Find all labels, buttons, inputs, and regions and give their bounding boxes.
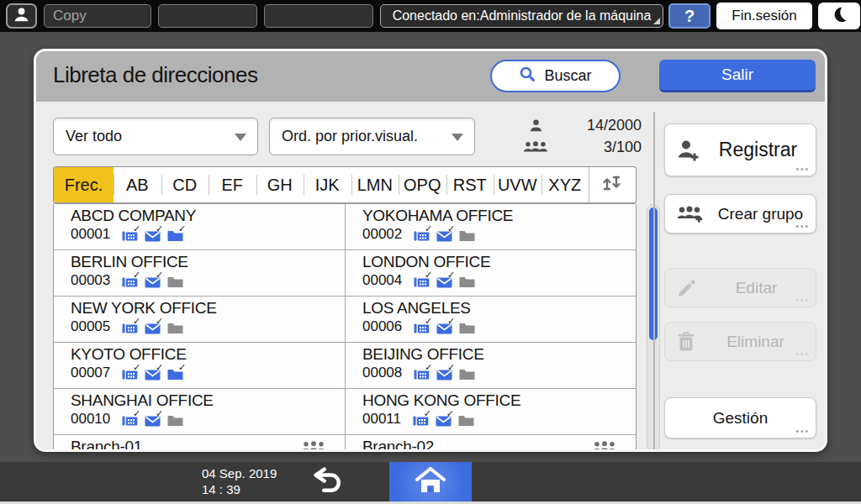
table-row: Branch-01 Branch-02 bbox=[54, 435, 636, 452]
tab-uvw[interactable]: UVW bbox=[494, 167, 541, 202]
person-add-icon bbox=[677, 139, 700, 161]
fax-icon: ✓ bbox=[122, 228, 138, 242]
address-entry[interactable]: SHANGHAI OFFICE 00010 ✓ ✓ ✓ bbox=[54, 389, 345, 434]
user-account-button[interactable] bbox=[6, 3, 37, 29]
login-status-button[interactable]: Conectado en:Administrador de la máquina bbox=[380, 4, 663, 28]
tab-opq[interactable]: OPQ bbox=[399, 167, 446, 202]
page-title: Libreta de direcciones bbox=[53, 62, 257, 88]
switch-index-button[interactable] bbox=[589, 167, 636, 202]
fax-icon: ✓ bbox=[414, 366, 430, 381]
folder-icon: ✓ bbox=[459, 366, 475, 381]
email-icon: ✓ bbox=[145, 274, 161, 288]
folder-icon: ✓ bbox=[167, 366, 183, 381]
address-entry[interactable]: BEIJING OFFICE 00008 ✓ ✓ ✓ bbox=[345, 343, 636, 388]
fax-icon: ✓ bbox=[414, 320, 430, 334]
back-button[interactable] bbox=[307, 467, 349, 497]
address-entry[interactable]: BERLIN OFFICE 00003 ✓ ✓ ✓ bbox=[54, 250, 345, 296]
address-entry[interactable]: ABCD COMPANY 00001 ✓ ✓ ✓ bbox=[54, 204, 345, 249]
ellipsis-icon: ••• bbox=[795, 427, 810, 436]
top-bar: Copy Conectado en:Administrador de la má… bbox=[0, 0, 861, 32]
ellipsis-icon: ••• bbox=[795, 296, 810, 305]
folder-icon: ✓ bbox=[167, 228, 183, 242]
folder-icon: ✓ bbox=[458, 412, 474, 427]
count-icons bbox=[519, 115, 552, 157]
date-text: 04 Sep. 2019 bbox=[202, 465, 277, 481]
function-key-empty-2[interactable] bbox=[264, 4, 373, 28]
email-icon: ✓ bbox=[436, 366, 452, 381]
chevron-down-icon bbox=[235, 134, 246, 141]
group-entry[interactable]: Branch-01 bbox=[54, 435, 345, 452]
group-entry[interactable]: Branch-02 bbox=[345, 435, 636, 452]
help-button[interactable]: ? bbox=[668, 3, 710, 29]
address-entry[interactable]: HONG KONG OFFICE 00011 ✓ ✓ ✓ bbox=[345, 389, 636, 434]
address-entry[interactable]: NEW YORK OFFICE 00005 ✓ ✓ ✓ bbox=[54, 297, 345, 342]
email-icon: ✓ bbox=[436, 228, 452, 242]
sort-order-dropdown[interactable]: Ord. por prior.visual. bbox=[269, 118, 475, 155]
group-icon bbox=[592, 440, 617, 452]
edit-button[interactable]: Editar ••• bbox=[664, 268, 816, 307]
fax-icon: ✓ bbox=[414, 228, 430, 242]
function-key-copy[interactable]: Copy bbox=[44, 4, 151, 28]
tab-ijk[interactable]: IJK bbox=[304, 167, 351, 202]
index-tab-bar: Frec. AB CD EF GH IJK LMN OPQ RST UVW XY… bbox=[53, 166, 637, 204]
help-label: ? bbox=[684, 7, 695, 26]
time-text: 14 : 39 bbox=[202, 481, 277, 497]
email-icon: ✓ bbox=[436, 412, 452, 427]
group-icon bbox=[519, 136, 552, 157]
logout-button[interactable]: Fin.sesión bbox=[716, 3, 812, 29]
tab-lmn[interactable]: LMN bbox=[351, 167, 399, 202]
table-row: ABCD COMPANY 00001 ✓ ✓ ✓ YOKOHAMA OFFICE… bbox=[54, 204, 636, 250]
address-book-panel: Libreta de direcciones Buscar Salir Ver … bbox=[34, 49, 827, 452]
address-entry[interactable]: LONDON OFFICE 00004 ✓ ✓ ✓ bbox=[345, 250, 636, 296]
ellipsis-icon: ••• bbox=[795, 349, 810, 359]
email-icon: ✓ bbox=[145, 320, 161, 334]
fax-icon: ✓ bbox=[122, 366, 138, 381]
home-icon bbox=[415, 467, 446, 497]
table-row: KYOTO OFFICE 00007 ✓ ✓ ✓ BEIJING OFFICE … bbox=[54, 343, 636, 389]
folder-icon: ✓ bbox=[167, 412, 183, 427]
management-button[interactable]: Gestión ••• bbox=[664, 397, 816, 438]
function-key-empty-1[interactable] bbox=[158, 4, 257, 28]
tab-ef[interactable]: EF bbox=[209, 167, 256, 202]
tab-rst[interactable]: RST bbox=[446, 167, 494, 202]
search-icon bbox=[519, 66, 536, 87]
tab-gh[interactable]: GH bbox=[256, 167, 304, 202]
tab-frec[interactable]: Frec. bbox=[54, 167, 114, 202]
group-count: 3/100 bbox=[557, 136, 642, 158]
user-count: 14/2000 bbox=[557, 114, 642, 136]
view-filter-value: Ver todo bbox=[66, 128, 122, 145]
bottom-bar: 04 Sep. 2019 14 : 39 bbox=[0, 462, 861, 501]
login-status-label: Conectado en:Administrador de la máquina bbox=[393, 8, 652, 24]
energy-saver-button[interactable] bbox=[818, 3, 860, 29]
tab-xyz[interactable]: XYZ bbox=[541, 167, 589, 202]
group-icon bbox=[301, 440, 326, 452]
user-icon bbox=[13, 7, 29, 26]
device-screen: Copy Conectado en:Administrador de la má… bbox=[0, 0, 861, 504]
register-button[interactable]: Registrar ••• bbox=[664, 123, 816, 176]
email-icon: ✓ bbox=[145, 412, 161, 427]
home-button[interactable] bbox=[389, 462, 472, 501]
table-row: BERLIN OFFICE 00003 ✓ ✓ ✓ LONDON OFFICE … bbox=[54, 250, 636, 297]
tab-ab[interactable]: AB bbox=[114, 167, 161, 202]
chevron-down-icon bbox=[452, 134, 463, 141]
address-entry[interactable]: YOKOHAMA OFFICE 00002 ✓ ✓ ✓ bbox=[345, 204, 636, 249]
fax-icon: ✓ bbox=[122, 274, 138, 288]
exit-button[interactable]: Salir bbox=[659, 60, 816, 92]
divider bbox=[653, 112, 655, 452]
address-entry[interactable]: KYOTO OFFICE 00007 ✓ ✓ ✓ bbox=[54, 343, 345, 388]
fax-icon: ✓ bbox=[122, 320, 138, 334]
email-icon: ✓ bbox=[436, 320, 452, 334]
view-filter-dropdown[interactable]: Ver todo bbox=[53, 118, 258, 155]
address-entry[interactable]: LOS ANGELES 00006 ✓ ✓ ✓ bbox=[345, 297, 636, 342]
fax-icon: ✓ bbox=[413, 412, 429, 427]
datetime-display: 04 Sep. 2019 14 : 39 bbox=[202, 465, 277, 497]
trash-icon bbox=[677, 332, 695, 352]
group-add-icon bbox=[677, 205, 705, 223]
create-group-button[interactable]: Crear grupo ••• bbox=[664, 194, 816, 234]
exit-label: Salir bbox=[721, 66, 753, 84]
tab-cd[interactable]: CD bbox=[161, 167, 209, 202]
search-button[interactable]: Buscar bbox=[490, 60, 621, 92]
folder-icon: ✓ bbox=[459, 274, 475, 288]
table-row: NEW YORK OFFICE 00005 ✓ ✓ ✓ LOS ANGELES … bbox=[54, 297, 636, 343]
delete-button[interactable]: Eliminar ••• bbox=[664, 322, 816, 361]
